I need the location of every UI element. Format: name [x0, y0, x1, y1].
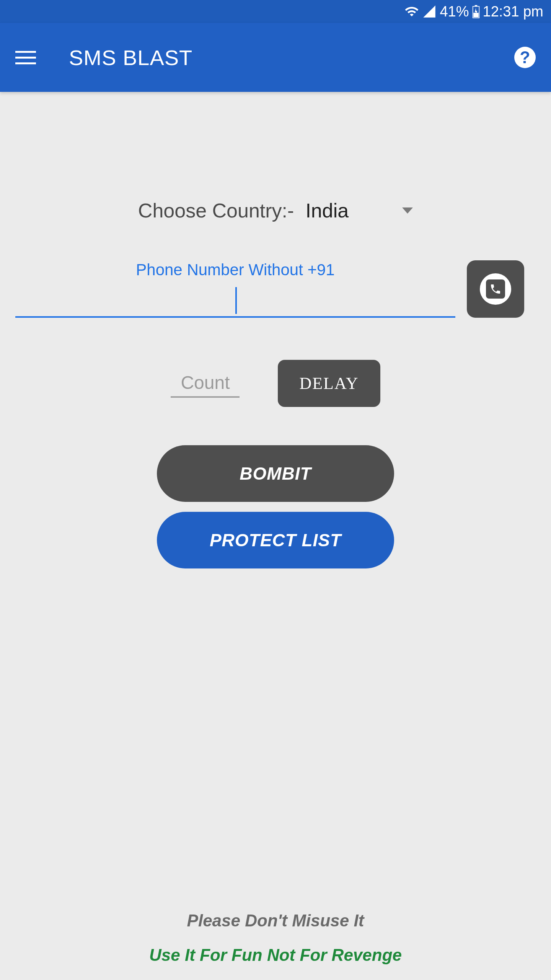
footer-warning: Please Don't Misuse It: [0, 911, 551, 930]
app-bar: SMS BLAST ?: [0, 23, 551, 92]
battery-percent: 41%: [440, 3, 469, 20]
count-input[interactable]: [171, 369, 240, 398]
country-label: Choose Country:-: [138, 199, 294, 222]
phone-label: Phone Number Without +91: [15, 261, 455, 279]
content: Choose Country:- India Phone Number With…: [0, 92, 551, 568]
status-time: 12:31 pm: [483, 3, 543, 20]
wifi-icon: [404, 4, 419, 19]
svg-rect-1: [474, 5, 477, 6]
app-title: SMS BLAST: [69, 45, 192, 70]
country-dropdown[interactable]: India: [305, 199, 413, 222]
contacts-button[interactable]: [467, 260, 524, 318]
status-icons: 41% 12:31 pm: [404, 3, 543, 20]
country-selected-value: India: [305, 199, 349, 222]
chevron-down-icon: [402, 207, 413, 214]
menu-button[interactable]: [15, 46, 38, 69]
status-bar: 41% 12:31 pm: [0, 0, 551, 23]
phone-input-wrap: Phone Number Without +91: [15, 261, 455, 318]
protect-list-button[interactable]: PROTECT LIST: [157, 512, 394, 568]
input-cursor: [235, 287, 237, 314]
hamburger-icon: [15, 51, 36, 53]
phone-row: Phone Number Without +91: [15, 260, 536, 318]
signal-icon: [422, 4, 437, 19]
count-delay-row: DELAY: [15, 360, 536, 407]
action-buttons: BOMBIT PROTECT LIST: [15, 445, 536, 568]
delay-button[interactable]: DELAY: [278, 360, 380, 407]
footer-tagline: Use It For Fun Not For Revenge: [0, 946, 551, 965]
footer: Please Don't Misuse It Use It For Fun No…: [0, 911, 551, 965]
country-row: Choose Country:- India: [15, 199, 536, 222]
battery-icon: [472, 4, 480, 19]
help-button[interactable]: ?: [514, 47, 536, 68]
phone-icon: [486, 279, 505, 299]
contacts-icon-circle: [480, 273, 511, 305]
question-mark-icon: ?: [520, 48, 530, 67]
bombit-button[interactable]: BOMBIT: [157, 445, 394, 502]
